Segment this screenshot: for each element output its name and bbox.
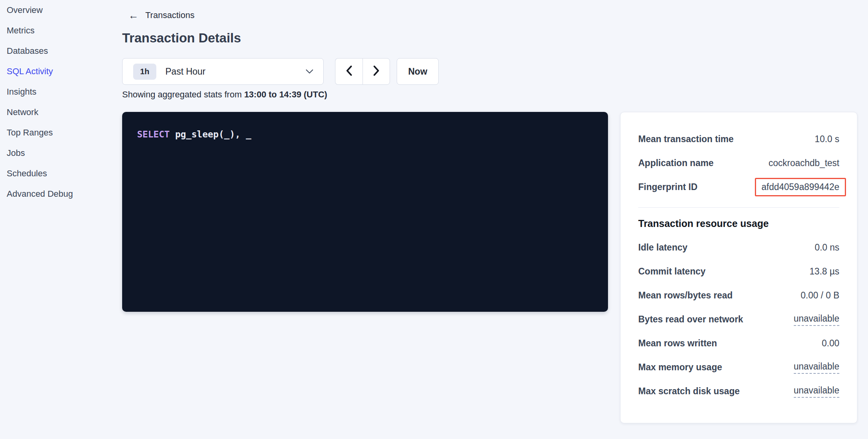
detail-label: Idle latency [638,242,687,253]
detail-value: 0.00 / 0 B [801,290,839,301]
sidebar-item-advanced-debug[interactable]: Advanced Debug [7,190,117,198]
detail-label: Bytes read over network [638,314,743,325]
sql-keyword: SELECT [137,129,170,139]
previous-time-button[interactable] [335,58,363,85]
interval-label: Past Hour [165,66,205,77]
detail-row-mean-transaction-time: Mean transaction time 10.0 s [638,127,839,151]
aggregated-stats-text: Showing aggregated stats from 13:00 to 1… [122,90,327,100]
detail-row-application-name: Application name cockroachdb_test [638,151,839,175]
time-toolbar: 1h Past Hour Now [122,58,439,85]
detail-row-fingerprint-id: Fingerprint ID afdd4059a899442e [638,175,839,199]
detail-label: Commit latency [638,266,705,277]
detail-label: Max scratch disk usage [638,386,740,397]
sidebar-item-top-ranges[interactable]: Top Ranges [7,128,117,137]
sidebar-item-insights[interactable]: Insights [7,88,117,96]
content-area: SELECT pg_sleep(_), _ Mean transaction t… [122,112,857,423]
detail-value: 0.00 [822,338,839,349]
transaction-details-card: Mean transaction time 10.0 s Application… [620,112,857,423]
detail-row-max-scratch-disk-usage: Max scratch disk usage unavailable [638,379,839,403]
detail-label: Mean rows/bytes read [638,290,732,301]
unavailable-value-tooltip-trigger: unavailable [794,361,839,374]
detail-row-idle-latency: Idle latency 0.0 ns [638,236,839,260]
chevron-right-icon [372,65,381,78]
detail-value: 10.0 s [815,134,839,145]
chevron-left-icon [345,65,353,78]
detail-value: cockroachdb_test [769,158,839,168]
resource-usage-title: Transaction resource usage [638,218,839,229]
detail-row-mean-rows-written: Mean rows written 0.00 [638,331,839,355]
sql-statement-text: pg_sleep(_), _ [170,129,251,139]
unavailable-value-tooltip-trigger: unavailable [794,313,839,326]
detail-row-mean-rows-bytes-read: Mean rows/bytes read 0.00 / 0 B [638,284,839,307]
detail-label: Application name [638,158,714,168]
sidebar-item-sql-activity[interactable]: SQL Activity [7,67,117,76]
sidebar-item-jobs[interactable]: Jobs [7,149,117,157]
unavailable-value-tooltip-trigger: unavailable [794,385,839,398]
time-range-dropdown[interactable]: 1h Past Hour [122,58,324,85]
page-title: Transaction Details [122,31,241,46]
interval-badge: 1h [133,64,156,80]
sidebar-item-overview[interactable]: Overview [7,6,117,15]
back-arrow-icon[interactable]: ← [128,11,139,20]
stats-time-range: 13:00 to 14:39 (UTC) [244,90,328,99]
now-button[interactable]: Now [397,58,439,85]
detail-value: 13.8 µs [809,266,839,277]
detail-row-max-memory-usage: Max memory usage unavailable [638,355,839,379]
sql-statement-block: SELECT pg_sleep(_), _ [122,112,608,312]
breadcrumb-transactions-link[interactable]: Transactions [145,10,194,20]
sidebar-item-schedules[interactable]: Schedules [7,169,117,178]
detail-label: Max memory usage [638,362,722,373]
detail-row-bytes-read-over-network: Bytes read over network unavailable [638,307,839,331]
detail-value: 0.0 ns [815,242,839,253]
sidebar-item-databases[interactable]: Databases [7,47,117,55]
detail-label: Mean transaction time [638,134,734,145]
next-time-button[interactable] [363,58,390,85]
sidebar-item-metrics[interactable]: Metrics [7,26,117,35]
detail-row-commit-latency: Commit latency 13.8 µs [638,260,839,284]
detail-label: Fingerprint ID [638,182,698,192]
chevron-down-icon [305,69,314,74]
time-pager [335,58,390,85]
detail-label: Mean rows written [638,338,717,349]
sidebar-item-network[interactable]: Network [7,108,117,117]
breadcrumb[interactable]: ← Transactions [128,10,194,20]
fingerprint-id-value-highlighted: afdd4059a899442e [755,178,846,196]
sidebar: Overview Metrics Databases SQL Activity … [7,6,117,210]
card-divider [638,207,839,208]
